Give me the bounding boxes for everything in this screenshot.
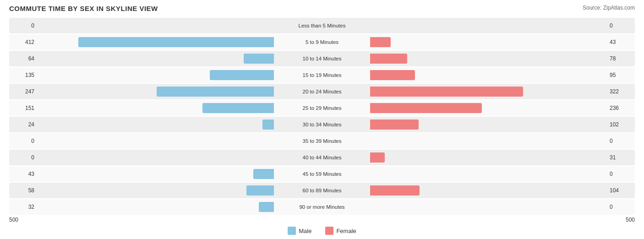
male-bar-wrap [37,54,322,64]
female-label: Female [336,228,356,234]
male-bar [246,185,274,196]
left-value: 0 [9,154,37,161]
male-bar-wrap [37,103,322,113]
female-bar-wrap [322,136,607,146]
chart-row: 43 45 to 59 Minutes 0 [9,166,635,182]
male-bar [259,202,274,212]
chart-row: 0 Less than 5 Minutes 0 [9,18,635,33]
female-bar-wrap [322,120,607,130]
male-bar [210,70,274,80]
row-label: 15 to 19 Minutes [302,72,341,78]
bars-area: 60 to 89 Minutes [37,183,607,198]
chart-container: 0 Less than 5 Minutes 0 412 5 to 9 Minut… [9,18,635,235]
bars-area: 15 to 19 Minutes [37,67,607,83]
bars-area: Less than 5 Minutes [37,18,607,33]
bars-area: 45 to 59 Minutes [37,166,607,182]
row-label: 45 to 59 Minutes [302,171,341,177]
right-value: 102 [607,121,635,128]
row-label: 60 to 89 Minutes [302,188,341,193]
row-label: 30 to 34 Minutes [302,122,341,127]
chart-row: 32 90 or more Minutes 0 [9,199,635,215]
female-bar [370,185,420,196]
right-value: 0 [607,138,635,144]
male-bar [78,37,274,47]
female-bar-wrap [322,70,607,80]
bars-area: 35 to 39 Minutes [37,133,607,149]
male-bar-wrap [37,120,322,130]
male-bar-wrap [37,70,322,80]
male-bar-wrap [37,152,322,163]
left-value: 151 [9,105,37,111]
female-color-box [325,227,333,235]
male-bar-wrap [37,169,322,179]
right-value: 31 [607,154,635,161]
source-label: Source: ZipAtlas.com [583,5,635,11]
left-value: 247 [9,88,37,95]
row-label: 35 to 39 Minutes [302,138,341,144]
legend-female: Female [325,227,356,235]
female-bar-wrap [322,202,607,212]
scale-left: 500 [9,217,18,223]
chart-row: 0 40 to 44 Minutes 31 [9,150,635,165]
male-bar [157,87,274,97]
female-bar-wrap [322,21,607,31]
male-bar-wrap [37,136,322,146]
female-bar-wrap [322,37,607,47]
bars-area: 90 or more Minutes [37,199,607,215]
male-bar-wrap [37,202,322,212]
scale-row: 500 500 [9,217,635,223]
chart-row: 58 60 to 89 Minutes 104 [9,183,635,198]
left-value: 135 [9,72,37,78]
legend: Male Female [9,227,635,235]
chart-title: COMMUTE TIME BY SEX IN SKYLINE VIEW [9,5,158,12]
chart-row: 64 10 to 14 Minutes 78 [9,51,635,66]
row-label: 20 to 24 Minutes [302,89,341,94]
male-bar [253,169,274,179]
row-label: Less than 5 Minutes [299,23,346,28]
left-value: 58 [9,187,37,194]
left-value: 0 [9,138,37,144]
left-value: 24 [9,121,37,128]
row-label: 25 to 29 Minutes [302,105,341,111]
chart-row: 247 20 to 24 Minutes 322 [9,84,635,99]
chart-row: 412 5 to 9 Minutes 43 [9,34,635,50]
bars-area: 30 to 34 Minutes [37,117,607,132]
row-label: 5 to 9 Minutes [306,39,338,45]
female-bar [370,87,523,97]
male-bar-wrap [37,21,322,31]
right-value: 43 [607,39,635,45]
row-label: 90 or more Minutes [299,204,344,210]
chart-row: 0 35 to 39 Minutes 0 [9,133,635,149]
male-bar [202,103,274,113]
female-bar [370,37,391,47]
male-color-box [288,227,296,235]
female-bar-wrap [322,169,607,179]
male-bar-wrap [37,87,322,97]
female-bar [370,70,415,80]
female-bar [370,120,419,130]
female-bar-wrap [322,54,607,64]
male-bar-wrap [37,37,322,47]
left-value: 32 [9,204,37,210]
row-label: 10 to 14 Minutes [302,56,341,61]
right-value: 0 [607,22,635,29]
male-bar [262,120,274,130]
female-bar-wrap [322,87,607,97]
left-value: 43 [9,171,37,177]
chart-row: 135 15 to 19 Minutes 95 [9,67,635,83]
female-bar-wrap [322,103,607,113]
right-value: 95 [607,72,635,78]
row-label: 40 to 44 Minutes [302,155,341,160]
left-value: 64 [9,55,37,62]
bars-area: 10 to 14 Minutes [37,51,607,66]
female-bar [370,54,407,64]
bars-container: 0 Less than 5 Minutes 0 412 5 to 9 Minut… [9,18,635,215]
right-value: 104 [607,187,635,194]
left-value: 412 [9,39,37,45]
female-bar [370,152,385,163]
chart-row: 151 25 to 29 Minutes 236 [9,100,635,116]
female-bar-wrap [322,185,607,196]
legend-male: Male [288,227,311,235]
male-label: Male [299,228,311,234]
female-bar-wrap [322,152,607,163]
